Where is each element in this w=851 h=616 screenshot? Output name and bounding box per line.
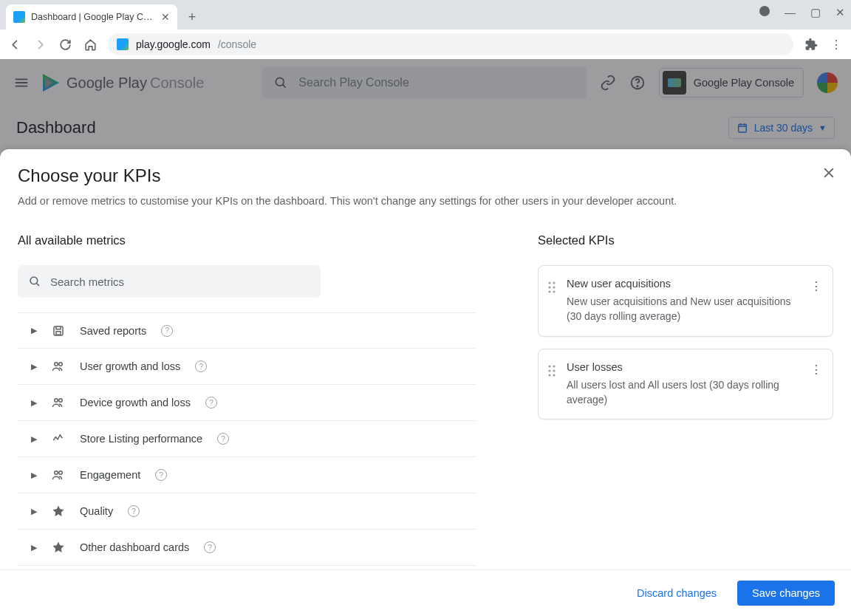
svg-point-18 xyxy=(553,290,555,292)
browser-tab-strip: Dashboard | Google Play Console ✕ + — ▢ … xyxy=(0,0,851,30)
info-icon[interactable]: ? xyxy=(205,397,217,408)
brand-text-1: Google Play xyxy=(66,75,147,92)
svg-point-14 xyxy=(553,281,555,284)
kpi-modal: Choose your KPIs Add or remove metrics t… xyxy=(0,149,851,616)
tab-favicon xyxy=(13,11,25,23)
search-icon xyxy=(273,75,288,90)
info-icon[interactable]: ? xyxy=(195,360,207,372)
svg-point-2 xyxy=(637,86,638,86)
home-button[interactable] xyxy=(83,37,98,52)
reload-button[interactable] xyxy=(58,37,72,52)
selected-kpis-column: Selected KPIs New user acquisitionsNew u… xyxy=(538,219,833,569)
metric-category-row[interactable]: ▶Other dashboard cards? xyxy=(18,530,476,566)
svg-point-20 xyxy=(553,365,555,367)
browser-toolbar: play.google.com/console ⋮ xyxy=(0,30,851,59)
url-host: play.google.com xyxy=(136,38,211,50)
forward-button[interactable] xyxy=(33,37,47,52)
svg-rect-3 xyxy=(738,124,746,132)
metric-category-row[interactable]: ▶Device growth and loss? xyxy=(18,385,476,421)
svg-point-7 xyxy=(55,363,58,366)
chevron-down-icon: ▼ xyxy=(818,123,827,132)
svg-rect-6 xyxy=(56,331,61,335)
metric-label: Other dashboard cards xyxy=(80,541,189,553)
metric-category-row[interactable]: ▶Saved reports? xyxy=(18,312,476,349)
search-metrics-input[interactable]: Search metrics xyxy=(18,265,321,298)
selected-kpis-heading: Selected KPIs xyxy=(538,233,833,247)
extensions-icon[interactable] xyxy=(804,37,818,52)
expand-icon: ▶ xyxy=(31,434,37,444)
metric-icon xyxy=(50,541,66,554)
info-icon[interactable]: ? xyxy=(161,325,173,337)
metric-icon xyxy=(50,504,66,518)
svg-point-23 xyxy=(548,374,550,376)
browser-menu-icon[interactable]: ⋮ xyxy=(829,37,844,52)
modal-close-button[interactable] xyxy=(821,165,836,180)
metric-label: Device growth and loss xyxy=(80,397,191,408)
app-background-dimmed: Google Play Console Search Play Console … xyxy=(0,59,851,160)
minimize-icon[interactable]: — xyxy=(785,6,796,19)
search-metrics-placeholder: Search metrics xyxy=(50,276,124,288)
available-metrics-heading: All available metrics xyxy=(18,233,508,247)
metric-label: Store Listing performance xyxy=(80,433,202,445)
new-tab-button[interactable]: + xyxy=(182,7,202,27)
modal-title: Choose your KPIs xyxy=(18,165,833,186)
account-avatar[interactable] xyxy=(817,72,838,93)
svg-point-13 xyxy=(548,281,550,284)
drag-handle-icon[interactable] xyxy=(547,361,556,408)
available-metrics-column: All available metrics Search metrics ▶Sa… xyxy=(18,219,508,569)
svg-point-4 xyxy=(30,277,38,284)
site-icon xyxy=(117,38,129,50)
play-console-logo[interactable]: Google Play Console xyxy=(43,74,204,92)
tab-close-icon[interactable]: ✕ xyxy=(161,11,170,23)
save-button[interactable]: Save changes xyxy=(737,581,835,606)
metric-category-row[interactable]: ▶Engagement? xyxy=(18,457,476,493)
modal-footer: Discard changes Save changes xyxy=(0,569,851,616)
info-icon[interactable]: ? xyxy=(155,469,167,481)
expand-icon: ▶ xyxy=(31,543,37,552)
metric-category-row[interactable]: ▶Quality? xyxy=(18,493,476,530)
date-range-picker[interactable]: Last 30 days ▼ xyxy=(728,117,835,139)
expand-icon: ▶ xyxy=(31,362,37,372)
app-selector-chip[interactable]: Google Play Console xyxy=(659,68,804,97)
kpi-card[interactable]: New user acquisitionsNew user acquisitio… xyxy=(538,265,833,337)
svg-point-12 xyxy=(59,471,63,475)
info-icon[interactable]: ? xyxy=(204,541,216,553)
help-icon[interactable] xyxy=(629,75,646,91)
metric-label: User growth and loss xyxy=(80,360,180,372)
metric-category-row[interactable]: ▶User growth and loss? xyxy=(18,349,476,385)
expand-icon: ▶ xyxy=(31,398,37,408)
kpi-menu-icon[interactable]: ⋮ xyxy=(810,361,822,408)
svg-point-22 xyxy=(553,369,555,372)
kpi-title: New user acquisitions xyxy=(567,278,800,290)
modal-subtitle: Add or remove metrics to customise your … xyxy=(18,195,833,207)
info-icon[interactable]: ? xyxy=(217,433,229,445)
page-title: Dashboard xyxy=(16,118,96,137)
incognito-icon xyxy=(759,6,770,16)
svg-point-19 xyxy=(548,365,550,367)
search-placeholder: Search Play Console xyxy=(298,76,409,89)
hamburger-icon[interactable] xyxy=(13,75,30,91)
metric-icon xyxy=(50,468,66,482)
svg-point-0 xyxy=(276,78,284,86)
window-controls: — ▢ ✕ xyxy=(759,6,845,19)
url-bar[interactable]: play.google.com/console xyxy=(108,33,793,55)
maximize-icon[interactable]: ▢ xyxy=(810,6,821,19)
info-icon[interactable]: ? xyxy=(128,505,140,517)
kpi-card[interactable]: User lossesAll users lost and All users … xyxy=(538,349,833,420)
svg-point-10 xyxy=(59,399,63,403)
metric-icon xyxy=(50,324,66,338)
play-logo-icon xyxy=(43,74,59,92)
metric-label: Quality xyxy=(80,505,113,517)
browser-tab-active[interactable]: Dashboard | Google Play Console ✕ xyxy=(6,4,177,30)
svg-point-11 xyxy=(55,471,58,475)
close-window-icon[interactable]: ✕ xyxy=(835,6,845,19)
back-button[interactable] xyxy=(7,37,22,52)
drag-handle-icon[interactable] xyxy=(547,278,556,324)
metric-category-row[interactable]: ▶Store Listing performance? xyxy=(18,421,476,457)
link-icon[interactable] xyxy=(600,75,616,91)
svg-point-9 xyxy=(55,399,58,403)
search-play-console[interactable]: Search Play Console xyxy=(262,66,586,99)
kpi-menu-icon[interactable]: ⋮ xyxy=(810,278,822,324)
app-name: Google Play Console xyxy=(694,77,794,89)
discard-button[interactable]: Discard changes xyxy=(629,581,724,605)
